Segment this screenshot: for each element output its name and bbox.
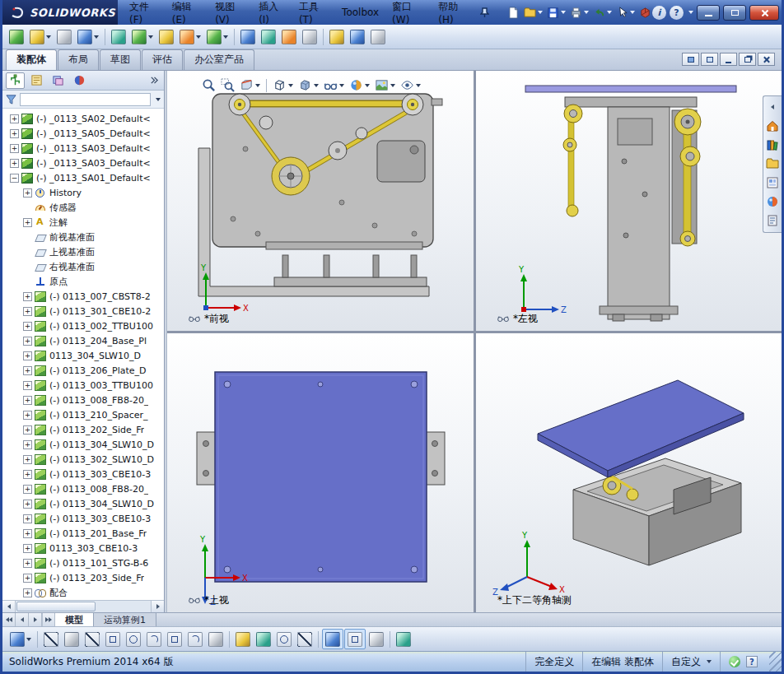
tree-expand-toggle[interactable]	[23, 425, 32, 435]
tree-item[interactable]: (-) 0113_301_CBE10-2	[2, 304, 164, 318]
reference-geometry-button[interactable]	[204, 26, 231, 47]
equations-button[interactable]	[368, 26, 388, 47]
zoom-area-button[interactable]	[219, 77, 236, 93]
maximize-button[interactable]	[723, 5, 746, 21]
status-custom-dropdown[interactable]: 自定义	[662, 652, 720, 672]
four-view-button[interactable]	[344, 629, 366, 649]
show-hidden-components-button[interactable]	[156, 26, 176, 47]
sketch-button[interactable]	[41, 629, 61, 649]
command-tab[interactable]: 评估	[142, 49, 183, 70]
rebuild-button[interactable]	[638, 6, 652, 20]
point-button[interactable]	[206, 629, 226, 649]
menu-item[interactable]: 文件(F)	[123, 0, 166, 25]
menu-item[interactable]: 插入(I)	[252, 0, 292, 25]
move-component-button[interactable]	[129, 26, 156, 47]
tree-item[interactable]: 上视基准面	[2, 244, 164, 259]
tree-item[interactable]: (-) _0113_SA05_Default<	[2, 126, 164, 141]
tree-expand-toggle[interactable]	[23, 307, 32, 316]
tree-expand-toggle[interactable]	[23, 381, 32, 390]
display-manager-tab[interactable]	[70, 72, 89, 89]
tree-expand-toggle[interactable]	[23, 188, 32, 198]
sketch-save-button[interactable]	[7, 629, 34, 649]
minimize-button[interactable]	[697, 5, 720, 21]
viewport-horizontal-splitter[interactable]	[167, 331, 782, 333]
tree-item[interactable]: 注解	[2, 215, 164, 230]
view-settings-button[interactable]	[399, 77, 422, 93]
property-manager-tab[interactable]	[27, 72, 46, 89]
menu-pin-icon[interactable]	[476, 7, 493, 18]
new-document-button[interactable]	[506, 6, 520, 20]
viewport-isometric-view[interactable]: Y X Z *上下二等角轴测	[476, 333, 782, 612]
view-orientation-button[interactable]	[271, 77, 295, 93]
tree-item[interactable]: 配合	[2, 585, 164, 600]
tree-item[interactable]: 前视基准面	[2, 230, 164, 244]
tree-item[interactable]: (-) 0113_101_STG-B-6	[2, 555, 164, 570]
tree-expand-toggle[interactable]	[23, 470, 32, 479]
tree-item[interactable]: (-) 0113_303_CBE10-3	[2, 511, 164, 526]
tree-item[interactable]: (-) 0113_202_Side_Fr	[2, 422, 164, 437]
viewport-vertical-splitter[interactable]	[474, 71, 476, 612]
tree-expand-toggle[interactable]	[10, 174, 19, 183]
trim-entities-button[interactable]	[233, 629, 253, 649]
options-caret-icon[interactable]	[688, 11, 693, 14]
custom-properties-icon[interactable]	[765, 212, 781, 228]
bill-of-materials-button[interactable]	[259, 26, 278, 47]
tree-expand-toggle[interactable]	[23, 574, 32, 583]
menu-item[interactable]: 窗口(W)	[385, 0, 432, 25]
tree-item[interactable]: (-) 0113_302_SLW10_D	[2, 452, 164, 467]
tree-expand-toggle[interactable]	[23, 292, 32, 301]
filter-funnel-icon[interactable]	[6, 94, 16, 105]
viewport-top-view[interactable]: Y X Z *上视	[167, 333, 474, 612]
tree-item[interactable]: (-) 0113_201_Base_Fr	[2, 526, 164, 541]
tile-windows-button[interactable]	[701, 53, 718, 66]
apply-scene-button[interactable]	[373, 77, 397, 93]
doc-minimize-button[interactable]	[720, 53, 737, 66]
command-tab[interactable]: 草图	[100, 49, 141, 70]
tree-item[interactable]: (-) 0113_206_Plate_D	[2, 363, 164, 378]
offset-entities-button[interactable]	[274, 629, 294, 649]
linear-component-pattern-button[interactable]	[75, 26, 101, 47]
command-tab[interactable]: 办公室产品	[184, 49, 254, 70]
new-motion-study-button[interactable]	[238, 26, 258, 47]
exploded-view-button[interactable]	[279, 26, 299, 47]
open-button[interactable]	[523, 6, 544, 20]
design-library-icon[interactable]	[765, 137, 781, 152]
tree-item[interactable]: (-) 0113_304_SLW10_D	[2, 437, 164, 452]
tab-scroll-right-icon[interactable]	[29, 613, 42, 626]
insert-component-button[interactable]	[27, 26, 54, 47]
tree-item[interactable]: (-) 0113_204_Base_Pl	[2, 333, 164, 348]
menu-item[interactable]: Toolbox	[335, 0, 385, 25]
menu-item[interactable]: 工具(T)	[292, 0, 335, 25]
solidworks-resources-icon[interactable]	[765, 118, 781, 133]
tree-expand-toggle[interactable]	[10, 144, 19, 153]
menu-item[interactable]: 视图(V)	[208, 0, 252, 25]
tree-expand-toggle[interactable]	[23, 218, 32, 227]
print-button[interactable]	[569, 6, 590, 20]
scroll-left-icon[interactable]	[2, 601, 16, 612]
mate-button[interactable]	[54, 26, 74, 47]
smart-fasteners-button[interactable]	[109, 26, 128, 47]
line-button[interactable]	[82, 629, 102, 649]
scroll-right-icon[interactable]	[151, 601, 164, 612]
tree-item[interactable]: 0113_303_CBE10-3	[2, 541, 164, 555]
tree-expand-toggle[interactable]	[10, 114, 19, 123]
tree-expand-toggle[interactable]	[23, 351, 32, 360]
feature-manager-tab[interactable]	[6, 72, 25, 89]
configuration-manager-tab[interactable]	[49, 72, 68, 89]
tree-expand-toggle[interactable]	[23, 514, 32, 523]
tree-expand-toggle[interactable]	[23, 529, 32, 538]
tree-item[interactable]: 0113_304_SLW10_D	[2, 348, 164, 363]
rectangle-button[interactable]	[103, 629, 123, 649]
display-style-button[interactable]	[296, 77, 320, 93]
tree-item[interactable]: (-) _0113_SA03_Default<	[2, 141, 164, 156]
tree-expand-toggle[interactable]	[23, 455, 32, 464]
tree-expand-toggle[interactable]	[23, 322, 32, 331]
section-view-button[interactable]	[238, 77, 262, 93]
tree-horizontal-scrollbar[interactable]	[2, 600, 164, 612]
doc-restore-button[interactable]	[739, 53, 756, 66]
zoom-fit-button[interactable]	[200, 77, 217, 93]
tree-expand-toggle[interactable]	[23, 411, 32, 420]
tree-item[interactable]: (-) 0113_210_Spacer_	[2, 407, 164, 422]
cascade-windows-button[interactable]	[682, 53, 699, 66]
measure-button[interactable]	[327, 26, 347, 47]
